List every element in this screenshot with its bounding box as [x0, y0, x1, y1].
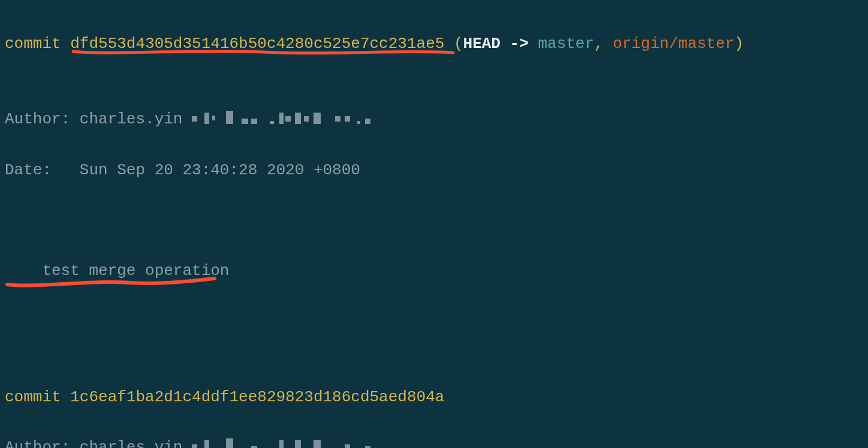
author-line: Author: charles.yin — [5, 435, 863, 448]
author-name: charles.yin — [80, 438, 183, 448]
author-email-redacted — [192, 109, 410, 125]
blank-line — [5, 208, 863, 233]
commit-label: commit — [5, 388, 61, 406]
date-label: Date: — [5, 161, 52, 179]
local-branch: master — [538, 35, 594, 53]
author-name: charles.yin — [80, 110, 183, 128]
commit-line: commit dfd553d4305d351416b50c4280c525e7c… — [5, 31, 863, 81]
commit-hash: dfd553d4305d351416b50c4280c525e7cc231ae5 — [70, 35, 444, 53]
commit-message: test merge operation — [42, 262, 229, 280]
date-line: Date: Sun Sep 20 23:40:28 2020 +0800 — [5, 158, 863, 183]
commit-message-line: test merge operation — [5, 258, 863, 308]
commit-hash: 1c6eaf1ba2d1c4ddf1ee829823d186cd5aed804a — [70, 388, 444, 406]
comma: , — [594, 35, 604, 53]
commit-line: commit 1c6eaf1ba2d1c4ddf1ee829823d186cd5… — [5, 385, 863, 410]
refs-open: ( — [454, 35, 463, 53]
commit-date: Sun Sep 20 23:40:28 2020 +0800 — [80, 161, 360, 179]
terminal-output: commit dfd553d4305d351416b50c4280c525e7c… — [0, 0, 868, 448]
author-line: Author: charles.yin — [5, 107, 863, 132]
author-label: Author: — [5, 110, 70, 128]
refs-close: ) — [734, 35, 744, 53]
head-ref: HEAD — [463, 35, 501, 53]
blank-line — [5, 334, 863, 359]
author-label: Author: — [5, 438, 70, 448]
arrow: -> — [510, 35, 529, 53]
remote-branch: origin/master — [613, 35, 734, 53]
commit-label: commit — [5, 35, 61, 53]
author-email-redacted — [192, 437, 410, 448]
